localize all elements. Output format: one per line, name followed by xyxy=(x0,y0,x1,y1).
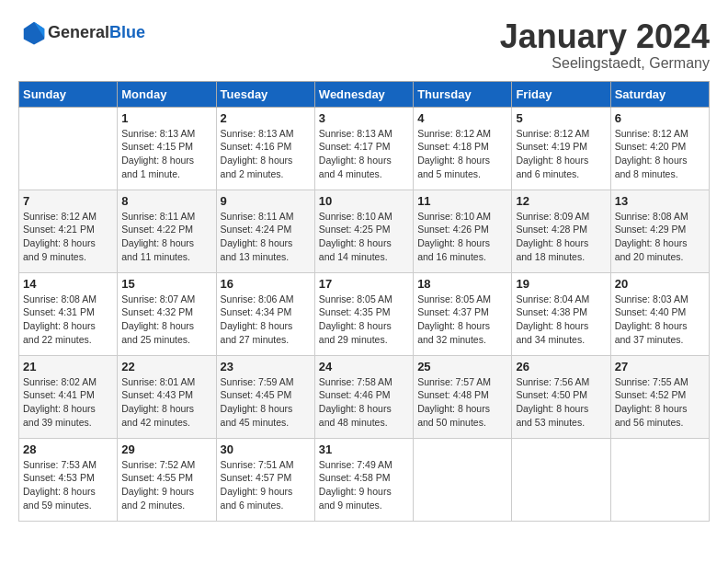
daylight-text: Daylight: 8 hours and 8 minutes. xyxy=(615,154,705,180)
sunrise-text: Sunrise: 8:04 AM xyxy=(516,293,606,306)
cell-content: Sunrise: 7:58 AM Sunset: 4:46 PM Dayligh… xyxy=(319,375,409,430)
calendar-cell xyxy=(512,438,610,521)
sunset-text: Sunset: 4:25 PM xyxy=(319,223,409,236)
day-number: 22 xyxy=(121,360,211,373)
cell-content: Sunrise: 7:57 AM Sunset: 4:48 PM Dayligh… xyxy=(417,375,507,430)
sunrise-text: Sunrise: 8:13 AM xyxy=(319,127,409,141)
calendar-cell: 5 Sunrise: 8:12 AM Sunset: 4:19 PM Dayli… xyxy=(512,107,610,190)
daylight-text: Daylight: 8 hours and 11 minutes. xyxy=(121,236,211,263)
cell-content: Sunrise: 8:05 AM Sunset: 4:37 PM Dayligh… xyxy=(417,293,507,347)
sunset-text: Sunset: 4:45 PM xyxy=(221,388,311,402)
sunrise-text: Sunrise: 8:10 AM xyxy=(319,210,409,224)
sunset-text: Sunset: 4:57 PM xyxy=(221,471,311,485)
day-number: 20 xyxy=(615,277,705,291)
day-number: 21 xyxy=(23,360,113,373)
daylight-text: Daylight: 8 hours and 22 minutes. xyxy=(23,319,113,346)
day-number: 7 xyxy=(23,194,113,208)
daylight-text: Daylight: 8 hours and 34 minutes. xyxy=(516,319,606,346)
cell-content: Sunrise: 7:52 AM Sunset: 4:55 PM Dayligh… xyxy=(121,458,211,512)
sunrise-text: Sunrise: 8:12 AM xyxy=(23,210,113,224)
daylight-text: Daylight: 8 hours and 50 minutes. xyxy=(417,402,507,429)
sunset-text: Sunset: 4:40 PM xyxy=(615,305,705,319)
day-number: 30 xyxy=(221,442,311,456)
calendar-cell: 29 Sunrise: 7:52 AM Sunset: 4:55 PM Dayl… xyxy=(118,438,216,521)
daylight-text: Daylight: 8 hours and 5 minutes. xyxy=(417,154,507,180)
daylight-text: Daylight: 8 hours and 59 minutes. xyxy=(23,485,113,511)
cell-content: Sunrise: 8:11 AM Sunset: 4:22 PM Dayligh… xyxy=(121,210,211,264)
calendar-cell: 3 Sunrise: 8:13 AM Sunset: 4:17 PM Dayli… xyxy=(314,107,413,190)
calendar-cell xyxy=(610,438,709,521)
cell-content: Sunrise: 8:10 AM Sunset: 4:25 PM Dayligh… xyxy=(319,210,409,264)
sunrise-text: Sunrise: 8:12 AM xyxy=(417,127,507,141)
day-number: 28 xyxy=(23,442,113,456)
cell-content: Sunrise: 7:55 AM Sunset: 4:52 PM Dayligh… xyxy=(615,375,705,430)
sunrise-text: Sunrise: 8:01 AM xyxy=(121,375,211,389)
daylight-text: Daylight: 8 hours and 14 minutes. xyxy=(319,236,409,263)
calendar-table: Sunday Monday Tuesday Wednesday Thursday… xyxy=(18,81,710,522)
cell-content: Sunrise: 8:12 AM Sunset: 4:21 PM Dayligh… xyxy=(23,210,113,264)
calendar-cell: 25 Sunrise: 7:57 AM Sunset: 4:48 PM Dayl… xyxy=(414,355,512,438)
calendar-cell: 28 Sunrise: 7:53 AM Sunset: 4:53 PM Dayl… xyxy=(19,438,118,521)
daylight-text: Daylight: 8 hours and 32 minutes. xyxy=(417,319,507,346)
sunset-text: Sunset: 4:19 PM xyxy=(516,140,606,154)
calendar-week-row: 28 Sunrise: 7:53 AM Sunset: 4:53 PM Dayl… xyxy=(19,438,710,521)
sunset-text: Sunset: 4:34 PM xyxy=(221,305,311,319)
calendar-cell: 27 Sunrise: 7:55 AM Sunset: 4:52 PM Dayl… xyxy=(610,355,709,438)
sunrise-text: Sunrise: 8:02 AM xyxy=(23,375,113,389)
header: GeneralBlue January 2024 Seelingstaedt, … xyxy=(18,18,710,72)
cell-content: Sunrise: 7:49 AM Sunset: 4:58 PM Dayligh… xyxy=(319,458,409,512)
day-number: 24 xyxy=(319,360,409,373)
daylight-text: Daylight: 8 hours and 37 minutes. xyxy=(615,319,705,346)
col-friday: Friday xyxy=(512,81,610,107)
calendar-cell: 15 Sunrise: 8:07 AM Sunset: 4:32 PM Dayl… xyxy=(118,272,216,355)
cell-content: Sunrise: 8:13 AM Sunset: 4:17 PM Dayligh… xyxy=(319,127,409,181)
sunrise-text: Sunrise: 8:11 AM xyxy=(221,210,311,224)
daylight-text: Daylight: 8 hours and 4 minutes. xyxy=(319,154,409,180)
cell-content: Sunrise: 8:01 AM Sunset: 4:43 PM Dayligh… xyxy=(121,375,211,430)
day-number: 4 xyxy=(417,111,507,125)
daylight-text: Daylight: 8 hours and 1 minute. xyxy=(121,154,211,180)
sunrise-text: Sunrise: 7:53 AM xyxy=(23,458,113,472)
daylight-text: Daylight: 8 hours and 48 minutes. xyxy=(319,402,409,429)
sunset-text: Sunset: 4:15 PM xyxy=(121,140,211,154)
daylight-text: Daylight: 8 hours and 18 minutes. xyxy=(516,236,606,263)
day-number: 5 xyxy=(516,111,606,125)
sunrise-text: Sunrise: 7:55 AM xyxy=(615,375,705,389)
calendar-cell: 13 Sunrise: 8:08 AM Sunset: 4:29 PM Dayl… xyxy=(610,190,709,272)
col-tuesday: Tuesday xyxy=(216,81,314,107)
sunset-text: Sunset: 4:28 PM xyxy=(516,223,606,236)
sunrise-text: Sunrise: 7:57 AM xyxy=(417,375,507,389)
calendar-cell: 31 Sunrise: 7:49 AM Sunset: 4:58 PM Dayl… xyxy=(314,438,413,521)
col-sunday: Sunday xyxy=(19,81,118,107)
calendar-cell: 1 Sunrise: 8:13 AM Sunset: 4:15 PM Dayli… xyxy=(118,107,216,190)
day-number: 29 xyxy=(121,442,211,456)
calendar-cell xyxy=(19,107,118,190)
day-number: 16 xyxy=(221,277,311,291)
calendar-cell: 16 Sunrise: 8:06 AM Sunset: 4:34 PM Dayl… xyxy=(216,272,314,355)
sunrise-text: Sunrise: 8:08 AM xyxy=(23,293,113,306)
cell-content: Sunrise: 8:11 AM Sunset: 4:24 PM Dayligh… xyxy=(221,210,311,264)
sunrise-text: Sunrise: 8:13 AM xyxy=(121,127,211,141)
sunset-text: Sunset: 4:55 PM xyxy=(121,471,211,485)
daylight-text: Daylight: 8 hours and 42 minutes. xyxy=(121,402,211,429)
calendar-cell xyxy=(414,438,512,521)
calendar-cell: 23 Sunrise: 7:59 AM Sunset: 4:45 PM Dayl… xyxy=(216,355,314,438)
cell-content: Sunrise: 8:13 AM Sunset: 4:16 PM Dayligh… xyxy=(221,127,311,181)
daylight-text: Daylight: 9 hours and 6 minutes. xyxy=(221,485,311,511)
daylight-text: Daylight: 8 hours and 56 minutes. xyxy=(615,402,705,429)
sunrise-text: Sunrise: 8:11 AM xyxy=(121,210,211,224)
sunrise-text: Sunrise: 8:12 AM xyxy=(615,127,705,141)
cell-content: Sunrise: 7:53 AM Sunset: 4:53 PM Dayligh… xyxy=(23,458,113,512)
calendar-cell: 14 Sunrise: 8:08 AM Sunset: 4:31 PM Dayl… xyxy=(19,272,118,355)
calendar-week-row: 1 Sunrise: 8:13 AM Sunset: 4:15 PM Dayli… xyxy=(19,107,710,190)
day-number: 8 xyxy=(121,194,211,208)
cell-content: Sunrise: 8:12 AM Sunset: 4:19 PM Dayligh… xyxy=(516,127,606,181)
day-number: 26 xyxy=(516,360,606,373)
cell-content: Sunrise: 8:08 AM Sunset: 4:29 PM Dayligh… xyxy=(615,210,705,264)
day-number: 9 xyxy=(221,194,311,208)
sunset-text: Sunset: 4:38 PM xyxy=(516,305,606,319)
sunset-text: Sunset: 4:48 PM xyxy=(417,388,507,402)
sunrise-text: Sunrise: 8:08 AM xyxy=(615,210,705,224)
daylight-text: Daylight: 8 hours and 2 minutes. xyxy=(221,154,311,180)
day-number: 14 xyxy=(23,277,113,291)
